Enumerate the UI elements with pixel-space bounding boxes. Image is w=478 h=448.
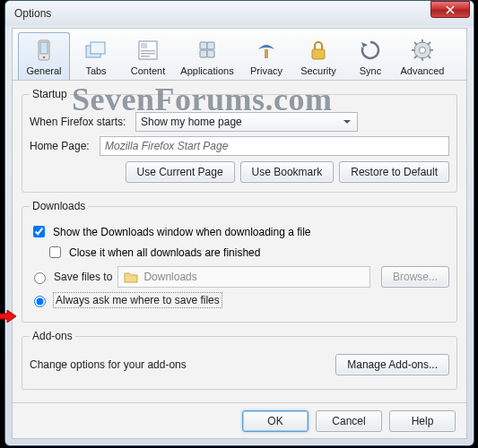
close-icon xyxy=(446,5,455,14)
dialog-buttons: OK Cancel Help xyxy=(13,402,466,438)
help-button[interactable]: Help xyxy=(389,410,456,432)
close-when-finished-label: Close it when all downloads are finished xyxy=(69,246,260,259)
window-title: Options xyxy=(14,7,51,20)
arrow-callout-icon xyxy=(0,310,17,323)
general-panel: Startup When Firefox starts: Show my hom… xyxy=(13,81,466,438)
folder-icon xyxy=(124,271,138,283)
svg-rect-8 xyxy=(141,53,155,55)
tab-sync[interactable]: Sync xyxy=(344,32,396,80)
svg-rect-6 xyxy=(141,43,147,48)
startup-legend: Startup xyxy=(30,88,70,100)
tab-label-tabs: Tabs xyxy=(85,65,106,76)
general-icon xyxy=(19,37,69,64)
svg-point-2 xyxy=(43,56,46,59)
addons-desc: Change options for your add-ons xyxy=(30,358,187,371)
startup-group: Startup When Firefox starts: Show my hom… xyxy=(22,88,457,193)
tabs-icon xyxy=(71,37,121,64)
svg-point-17 xyxy=(420,47,426,54)
svg-rect-7 xyxy=(141,50,155,52)
show-downloads-window-checkbox[interactable] xyxy=(33,226,45,237)
tab-label-content: Content xyxy=(131,65,166,76)
save-files-to-label: Save files to xyxy=(54,271,112,283)
tab-label-general: General xyxy=(26,65,61,76)
tab-applications[interactable]: Applications xyxy=(174,32,240,80)
always-ask-radio[interactable] xyxy=(34,296,46,307)
options-window: Options General Tabs xyxy=(4,0,474,446)
category-tabs: General Tabs Content Applications xyxy=(13,29,466,81)
svg-rect-10 xyxy=(200,42,207,49)
use-bookmark-button[interactable]: Use Bookmark xyxy=(240,161,335,183)
tab-label-sync: Sync xyxy=(360,65,381,76)
downloads-group: Downloads Show the Downloads window when… xyxy=(22,200,457,323)
tab-content[interactable]: Content xyxy=(122,32,174,80)
svg-line-24 xyxy=(428,42,430,45)
svg-rect-13 xyxy=(207,50,214,57)
tab-tabs[interactable]: Tabs xyxy=(70,32,122,80)
addons-group: Add-ons Change options for your add-ons … xyxy=(22,330,457,390)
titlebar[interactable]: Options xyxy=(5,1,474,26)
tab-label-applications: Applications xyxy=(180,65,233,76)
tab-label-advanced: Advanced xyxy=(401,65,445,76)
content-area: General Tabs Content Applications xyxy=(12,28,467,439)
sync-icon xyxy=(345,37,395,64)
when-firefox-starts-label: When Firefox starts: xyxy=(30,116,135,128)
restore-default-button[interactable]: Restore to Default xyxy=(339,161,449,183)
svg-line-23 xyxy=(428,56,430,58)
save-files-to-radio[interactable] xyxy=(34,272,46,284)
advanced-icon xyxy=(397,37,448,64)
svg-rect-14 xyxy=(265,49,268,58)
svg-line-22 xyxy=(414,42,417,45)
svg-rect-9 xyxy=(141,56,150,57)
tab-security[interactable]: Security xyxy=(292,32,344,80)
tab-label-privacy: Privacy xyxy=(250,65,282,76)
tab-advanced[interactable]: Advanced xyxy=(396,32,448,80)
save-folder-display: Downloads xyxy=(117,266,370,288)
close-button[interactable] xyxy=(430,1,470,18)
use-current-page-button[interactable]: Use Current Page xyxy=(126,161,235,183)
when-firefox-starts-select[interactable]: Show my home page xyxy=(135,112,358,132)
applications-icon xyxy=(175,37,239,64)
content-icon xyxy=(123,37,173,64)
svg-rect-4 xyxy=(91,42,105,54)
svg-rect-1 xyxy=(40,42,48,54)
home-page-label: Home Page: xyxy=(30,140,100,152)
manage-addons-button[interactable]: Manage Add-ons... xyxy=(335,354,449,375)
privacy-icon xyxy=(241,37,291,64)
always-ask-label: Always ask me where to save files xyxy=(54,293,222,307)
cancel-button[interactable]: Cancel xyxy=(316,410,382,432)
tab-privacy[interactable]: Privacy xyxy=(240,32,292,80)
downloads-legend: Downloads xyxy=(30,200,88,212)
security-icon xyxy=(293,37,343,64)
show-downloads-window-label: Show the Downloads window when downloadi… xyxy=(53,226,311,238)
home-page-input[interactable] xyxy=(100,136,449,156)
svg-rect-15 xyxy=(312,49,325,59)
svg-rect-11 xyxy=(207,42,214,49)
svg-rect-12 xyxy=(200,50,207,57)
save-folder-name: Downloads xyxy=(143,271,196,283)
tab-label-security: Security xyxy=(300,65,336,76)
addons-legend: Add-ons xyxy=(30,330,75,342)
close-when-finished-checkbox[interactable] xyxy=(49,246,61,258)
browse-button[interactable]: Browse... xyxy=(381,266,449,288)
ok-button[interactable]: OK xyxy=(242,410,309,432)
tab-general[interactable]: General xyxy=(18,32,70,80)
svg-line-25 xyxy=(414,56,417,58)
